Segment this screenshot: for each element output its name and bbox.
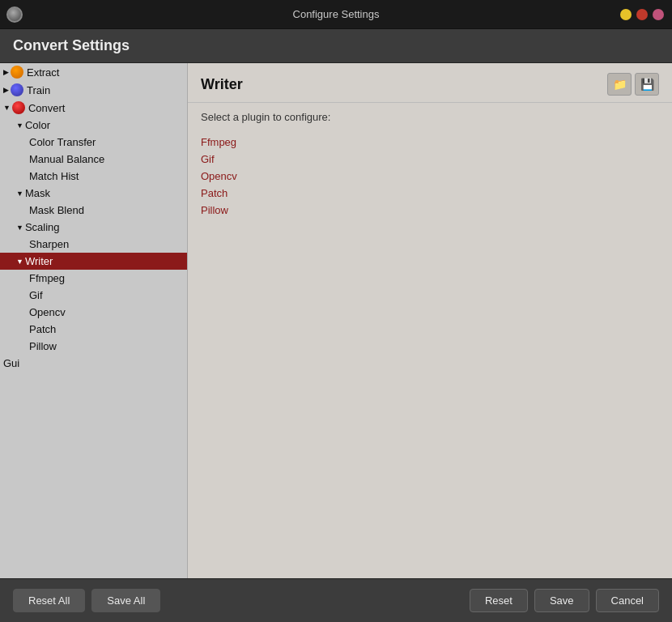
title-bar-buttons	[620, 9, 664, 20]
sidebar: ▶ Extract ▶ Train ▼ Convert ▼ Color	[0, 63, 188, 578]
sidebar-item-label: Sharpen	[29, 238, 69, 250]
arrow-icon: ▼	[16, 258, 23, 266]
main-panel: Writer 📁 💾 Select a plugin to configure:…	[188, 63, 672, 578]
title-bar: Configure Settings	[0, 0, 672, 29]
arrow-icon: ▶	[3, 86, 9, 94]
plugin-pillow[interactable]: Pillow	[201, 202, 659, 218]
train-icon	[11, 83, 23, 96]
sidebar-item-label: Writer	[25, 255, 53, 267]
sidebar-item-sharpen[interactable]: Sharpen	[0, 236, 187, 253]
sidebar-item-label: Pillow	[29, 340, 57, 352]
plugin-opencv[interactable]: Opencv	[201, 168, 659, 184]
main-area: Convert Settings ▶ Extract ▶ Train ▼ Con…	[0, 29, 672, 622]
arrow-icon: ▶	[3, 68, 9, 76]
sidebar-item-extract[interactable]: ▶ Extract	[0, 63, 187, 81]
sidebar-item-label: Manual Balance	[29, 153, 104, 165]
arrow-icon: ▼	[16, 224, 23, 232]
sidebar-item-mask[interactable]: ▼ Mask	[0, 185, 187, 202]
sidebar-item-gui[interactable]: Gui	[0, 355, 187, 372]
save-all-button[interactable]: Save All	[91, 589, 160, 612]
arrow-icon: ▼	[3, 104, 11, 112]
plugin-ffmpeg[interactable]: Ffmpeg	[201, 134, 659, 150]
title-bar-left	[6, 6, 23, 23]
window-title: Configure Settings	[293, 8, 380, 20]
sidebar-item-scaling[interactable]: ▼ Scaling	[0, 219, 187, 236]
sidebar-item-train[interactable]: ▶ Train	[0, 81, 187, 99]
save-button[interactable]: 💾	[635, 73, 659, 96]
sidebar-item-label: Color	[25, 119, 50, 131]
save-button[interactable]: Save	[534, 589, 589, 612]
reset-button[interactable]: Reset	[470, 589, 528, 612]
sidebar-item-label: Train	[27, 84, 50, 96]
folder-icon: 📁	[613, 78, 627, 91]
extract-icon	[11, 66, 23, 79]
panel-description: Select a plugin to configure:	[188, 103, 672, 131]
cancel-button[interactable]: Cancel	[596, 589, 659, 612]
content-area: ▶ Extract ▶ Train ▼ Convert ▼ Color	[0, 63, 672, 578]
arrow-icon: ▼	[16, 190, 23, 198]
sidebar-item-label: Mask	[25, 187, 50, 199]
arrow-icon: ▼	[16, 121, 23, 130]
sidebar-item-manual-balance[interactable]: Manual Balance	[0, 151, 187, 168]
sidebar-item-label: Gui	[3, 357, 19, 369]
page-title: Convert Settings	[0, 29, 672, 63]
panel-title: Writer	[201, 76, 243, 93]
sidebar-item-label: Scaling	[25, 221, 60, 233]
sidebar-item-color-transfer[interactable]: Color Transfer	[0, 134, 187, 151]
sidebar-item-color[interactable]: ▼ Color	[0, 117, 187, 134]
convert-icon	[12, 101, 25, 114]
panel-toolbar: 📁 💾	[607, 73, 659, 96]
plugin-gif[interactable]: Gif	[201, 151, 659, 167]
sidebar-item-gif[interactable]: Gif	[0, 287, 187, 304]
sidebar-item-writer[interactable]: ▼ Writer	[0, 253, 187, 270]
sidebar-item-ffmpeg[interactable]: Ffmpeg	[0, 270, 187, 287]
sidebar-item-label: Opencv	[29, 306, 66, 318]
sidebar-item-label: Gif	[29, 289, 43, 301]
plugin-list: Ffmpeg Gif Opencv Patch Pillow	[188, 131, 672, 221]
reset-all-button[interactable]: Reset All	[13, 589, 85, 612]
sidebar-item-match-hist[interactable]: Match Hist	[0, 168, 187, 185]
plugin-patch[interactable]: Patch	[201, 185, 659, 201]
minimize-button[interactable]	[620, 9, 632, 20]
save-icon: 💾	[640, 78, 654, 91]
sidebar-item-label: Patch	[29, 323, 56, 335]
app-icon	[6, 6, 23, 23]
sidebar-item-label: Color Transfer	[29, 136, 96, 148]
bottom-right-buttons: Reset Save Cancel	[470, 589, 659, 612]
sidebar-item-label: Mask Blend	[29, 204, 84, 216]
sidebar-item-label: Convert	[28, 102, 66, 114]
sidebar-item-pillow[interactable]: Pillow	[0, 338, 187, 355]
sidebar-item-mask-blend[interactable]: Mask Blend	[0, 202, 187, 219]
sidebar-item-label: Extract	[27, 66, 59, 79]
sidebar-item-opencv[interactable]: Opencv	[0, 304, 187, 321]
sidebar-item-convert[interactable]: ▼ Convert	[0, 99, 187, 117]
bottom-bar: Reset All Save All Reset Save Cancel	[0, 578, 672, 622]
bottom-left-buttons: Reset All Save All	[13, 589, 160, 612]
sidebar-item-label: Ffmpeg	[29, 272, 65, 284]
open-button[interactable]: 📁	[607, 73, 632, 96]
sidebar-item-label: Match Hist	[29, 170, 79, 182]
sidebar-item-patch[interactable]: Patch	[0, 321, 187, 338]
panel-header: Writer 📁 💾	[188, 63, 672, 103]
close-button[interactable]	[636, 9, 648, 20]
maximize-button[interactable]	[653, 9, 664, 20]
